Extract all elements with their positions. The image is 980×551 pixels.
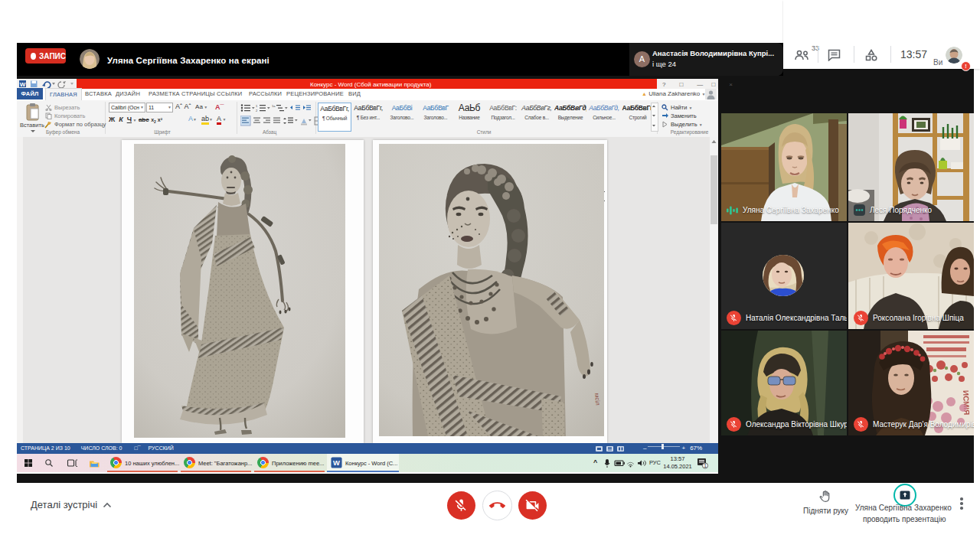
svg-text:мсіл: мсіл: [593, 393, 601, 406]
svg-text:1: 1: [704, 463, 707, 468]
svg-text:1: 1: [256, 104, 258, 108]
svg-text:1a: 1a: [272, 104, 276, 108]
svg-text:2: 2: [256, 109, 258, 112]
svg-text:W: W: [20, 81, 26, 88]
svg-text:W: W: [333, 459, 340, 467]
